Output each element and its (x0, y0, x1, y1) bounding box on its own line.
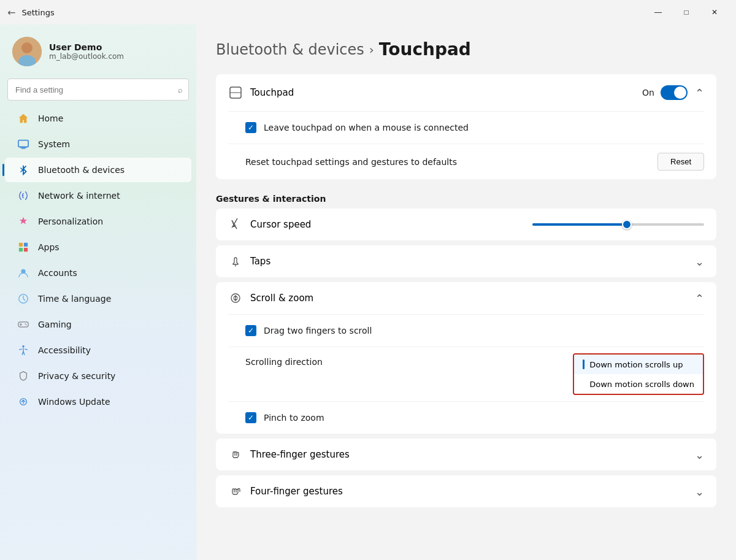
scroll-zoom-collapse-chevron[interactable]: ⌃ (695, 292, 704, 305)
sidebar-item-label-apps: Apps (38, 242, 59, 252)
apps-icon (17, 241, 29, 253)
title-bar-left: ← Settings (7, 7, 55, 18)
sidebar-item-label-privacy: Privacy & security (38, 371, 115, 381)
user-name: User Demo (49, 42, 124, 52)
three-finger-card: Three-finger gestures ⌄ (216, 439, 716, 470)
three-finger-row[interactable]: Three-finger gestures ⌄ (216, 439, 716, 470)
slider-fill (532, 223, 627, 226)
sidebar-user[interactable]: User Demo m_lab@outlook.com (0, 25, 196, 76)
svg-rect-7 (24, 243, 28, 247)
sidebar-item-accessibility[interactable]: Accessibility (5, 338, 191, 362)
sidebar-item-gaming[interactable]: Gaming (5, 312, 191, 337)
sidebar-item-network[interactable]: Network & internet (5, 183, 191, 208)
breadcrumb-parent[interactable]: Bluetooth & devices (216, 41, 364, 58)
scroll-zoom-label: Scroll & zoom (250, 293, 688, 304)
svg-point-14 (26, 324, 27, 326)
accounts-icon (17, 267, 29, 279)
search-icon: ⌕ (178, 85, 183, 94)
sidebar-item-apps[interactable]: Apps (5, 235, 191, 259)
sidebar-item-update[interactable]: Windows Update (5, 389, 191, 414)
scroll-option-down[interactable]: Down motion scrolls down (574, 374, 703, 394)
sidebar-item-label-network: Network & internet (38, 191, 120, 201)
user-email: m_lab@outlook.com (49, 52, 124, 61)
touchpad-collapse-chevron[interactable]: ⌃ (695, 86, 704, 99)
sidebar-item-label-accessibility: Accessibility (38, 345, 91, 355)
sidebar-item-accounts[interactable]: Accounts (5, 261, 191, 285)
sidebar-item-home[interactable]: Home (5, 106, 191, 131)
cursor-speed-card: Cursor speed (216, 209, 716, 240)
sidebar-item-label-accounts: Accounts (38, 268, 77, 278)
accessibility-icon (17, 344, 29, 356)
touchpad-toggle-label: On (642, 88, 654, 98)
system-icon (17, 138, 29, 150)
sidebar-item-privacy[interactable]: Privacy & security (5, 364, 191, 388)
touchpad-card: Touchpad On ⌃ ✓ Leave touchpad on when a… (216, 74, 716, 179)
gestures-section-header: Gestures & interaction (216, 184, 716, 209)
minimize-button[interactable]: — (644, 2, 672, 22)
taps-expand-chevron[interactable]: ⌄ (695, 255, 704, 268)
sidebar-item-label-personalization: Personalization (38, 217, 103, 226)
title-bar: ← Settings — □ ✕ (0, 0, 736, 25)
bluetooth-icon (17, 164, 29, 176)
svg-rect-8 (19, 248, 23, 251)
touchpad-icon (228, 85, 243, 100)
leave-touchpad-checkbox[interactable]: ✓ (245, 122, 256, 133)
four-finger-label: Four-finger gestures (250, 486, 688, 497)
svg-rect-3 (18, 140, 28, 147)
sidebar-item-system[interactable]: System (5, 132, 191, 156)
svg-point-13 (25, 323, 26, 324)
scroll-option-up[interactable]: Down motion scrolls up (574, 355, 703, 374)
pinch-zoom-checkbox[interactable]: ✓ (245, 412, 256, 423)
search-input[interactable] (7, 79, 189, 101)
empty-indicator (583, 379, 585, 389)
scroll-zoom-card: Scroll & zoom ⌃ ✓ Drag two fingers to sc… (216, 282, 716, 434)
reset-touchpad-row: Reset touchpad settings and gestures to … (216, 144, 716, 179)
scroll-direction-dropdown[interactable]: Down motion scrolls up Down motion scrol… (573, 353, 704, 395)
taps-card: Taps ⌄ (216, 245, 716, 277)
slider-thumb (622, 220, 632, 229)
reset-button[interactable]: Reset (657, 153, 704, 171)
scroll-zoom-icon (228, 291, 243, 305)
maximize-button[interactable]: □ (672, 2, 700, 22)
sidebar: User Demo m_lab@outlook.com ⌕ Home (0, 25, 196, 560)
title-bar-title: Settings (21, 8, 54, 17)
title-bar-controls: — □ ✕ (644, 2, 729, 22)
cursor-speed-label: Cursor speed (250, 219, 532, 230)
avatar (12, 37, 42, 66)
drag-two-fingers-label: Drag two fingers to scroll (264, 326, 704, 336)
four-finger-expand-chevron[interactable]: ⌄ (695, 485, 704, 498)
back-arrow[interactable]: ← (7, 7, 15, 18)
reset-touchpad-label: Reset touchpad settings and gestures to … (245, 157, 657, 167)
svg-point-1 (21, 42, 33, 53)
drag-two-fingers-checkbox[interactable]: ✓ (245, 325, 256, 336)
reset-btn-container: Reset (657, 153, 704, 171)
sidebar-item-bluetooth[interactable]: Bluetooth & devices (5, 158, 191, 182)
breadcrumb-current: Touchpad (379, 39, 471, 59)
svg-point-15 (22, 345, 25, 348)
sidebar-search[interactable]: ⌕ (7, 79, 189, 101)
leave-touchpad-label: Leave touchpad on when a mouse is connec… (264, 123, 704, 132)
scroll-zoom-row[interactable]: Scroll & zoom ⌃ (216, 282, 716, 314)
sidebar-item-label-home: Home (38, 113, 63, 123)
scroll-direction-label: Scrolling direction (245, 353, 573, 367)
pinch-zoom-row: ✓ Pinch to zoom (216, 402, 716, 434)
sidebar-item-personalization[interactable]: Personalization (5, 209, 191, 234)
taps-label: Taps (250, 256, 688, 267)
taps-row[interactable]: Taps ⌄ (216, 245, 716, 277)
leave-touchpad-row: ✓ Leave touchpad on when a mouse is conn… (216, 112, 716, 144)
home-icon (17, 112, 29, 125)
three-finger-expand-chevron[interactable]: ⌄ (695, 448, 704, 461)
time-icon (17, 293, 29, 305)
svg-rect-9 (24, 248, 28, 251)
four-finger-icon (228, 484, 243, 499)
svg-rect-5 (20, 147, 27, 148)
cursor-speed-slider[interactable] (532, 223, 704, 226)
touchpad-toggle[interactable] (661, 85, 688, 100)
sidebar-item-label-time: Time & language (38, 294, 111, 304)
sidebar-nav: Home System (0, 105, 196, 415)
main-content: Bluetooth & devices › Touchpad Touchpad … (196, 25, 736, 560)
close-button[interactable]: ✕ (700, 2, 729, 22)
sidebar-item-time[interactable]: Time & language (5, 286, 191, 311)
four-finger-row[interactable]: Four-finger gestures ⌄ (216, 475, 716, 507)
taps-icon (228, 254, 243, 269)
